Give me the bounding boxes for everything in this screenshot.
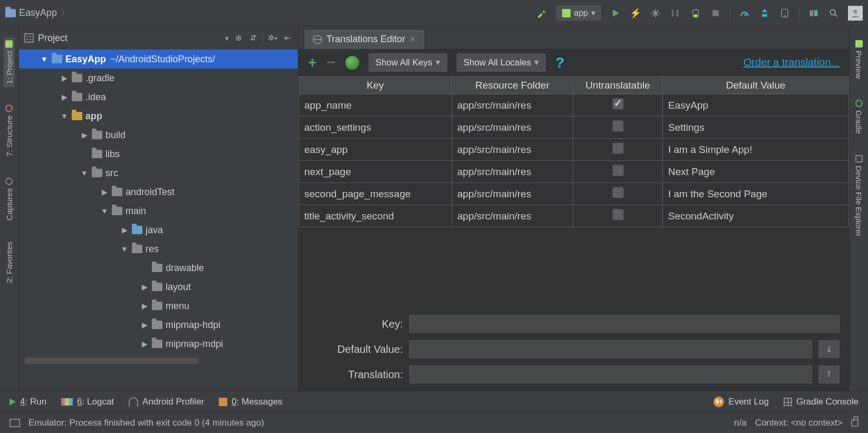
cell-default-value[interactable]: SecondActivity (663, 205, 849, 227)
search-icon[interactable] (828, 7, 840, 19)
cell-default-value[interactable]: Settings (663, 117, 849, 139)
tab-logcat[interactable]: 6: Logcat (61, 397, 114, 407)
breadcrumb[interactable]: EasyApp 〉 (5, 6, 71, 20)
tab-project[interactable]: 1: Project (4, 37, 15, 87)
col-default-value[interactable]: Default Value (663, 76, 849, 94)
cell-folder[interactable]: app/src/main/res (452, 117, 573, 139)
profiler-icon[interactable] (739, 7, 750, 19)
detail-translation-input[interactable] (409, 365, 812, 383)
gear-icon[interactable]: ✲▾ (267, 33, 278, 43)
cell-folder[interactable]: app/src/main/res (452, 139, 573, 161)
checkbox[interactable] (612, 165, 624, 176)
target-icon[interactable]: ⊕ (233, 33, 244, 43)
cell-untranslatable[interactable] (573, 117, 663, 139)
browse-default-button[interactable]: ⤓ (818, 340, 840, 358)
tree-node-drawable[interactable]: ▶ drawable (19, 258, 298, 277)
translations-table[interactable]: Key Resource Folder Untranslatable Defau… (298, 76, 849, 227)
build-icon[interactable] (536, 7, 548, 19)
profile-icon[interactable]: ⫿⫿ (670, 7, 681, 19)
tab-gradle[interactable]: Gradle (853, 97, 864, 137)
tree-node-app[interactable]: ▼ app (19, 107, 298, 126)
tree-node-mipmap-hdpi[interactable]: ▶ mipmap-hdpi (19, 315, 298, 334)
cell-untranslatable[interactable] (573, 205, 663, 227)
tree-node-idea[interactable]: ▶ .idea (19, 88, 298, 107)
cell-default-value[interactable]: EasyApp (663, 94, 849, 117)
col-untranslatable[interactable]: Untranslatable (573, 76, 663, 94)
checkbox[interactable] (612, 209, 624, 220)
layout-editor-icon[interactable] (808, 7, 819, 19)
expand-right-icon[interactable]: ▶ (60, 93, 69, 101)
expand-down-icon[interactable]: ▼ (80, 169, 89, 177)
tab-favorites[interactable]: 2: Favorites (4, 238, 15, 286)
tree-node-mipmap-mdpi[interactable]: ▶ mipmap-mdpi (19, 334, 298, 353)
tree-node-gradle[interactable]: ▶ .gradle (19, 69, 298, 88)
horizontal-scrollbar[interactable] (24, 358, 198, 364)
expand-right-icon[interactable]: ▶ (140, 340, 149, 348)
tree-node-menu[interactable]: ▶ menu (19, 296, 298, 315)
tree-node-src[interactable]: ▼ src (19, 163, 298, 182)
tab-gradle-console[interactable]: Gradle Console (784, 397, 859, 407)
hide-icon[interactable]: ⇤ (282, 33, 293, 43)
tab-device-file-explorer[interactable]: Device File Explorer (853, 152, 864, 239)
run-configuration-selector[interactable]: app ▾ (556, 5, 601, 21)
sdk-manager-icon[interactable] (759, 7, 770, 19)
tool-window-toggle-icon[interactable] (9, 419, 20, 427)
cell-folder[interactable]: app/src/main/res (452, 161, 573, 183)
cell-key[interactable]: easy_app (299, 139, 452, 161)
expand-right-icon[interactable]: ▶ (140, 283, 149, 291)
table-row[interactable]: next_pageapp/src/main/resNext Page (299, 161, 849, 183)
table-row[interactable]: easy_appapp/src/main/resI am a Simple Ap… (299, 139, 849, 161)
expand-down-icon[interactable]: ▼ (60, 112, 69, 120)
tree-node-java[interactable]: ▶ java (19, 220, 298, 239)
collapse-icon[interactable]: ⇵ (248, 33, 258, 43)
checkbox[interactable] (612, 187, 624, 198)
expand-down-icon[interactable]: ▼ (120, 245, 129, 253)
tab-event-log[interactable]: 9+ Event Log (713, 397, 769, 407)
cell-folder[interactable]: app/src/main/res (452, 94, 573, 117)
order-translation-link[interactable]: Order a translation... (744, 56, 840, 69)
tab-android-profiler[interactable]: Android Profiler (129, 397, 204, 407)
expand-right-icon[interactable]: ▶ (120, 226, 129, 234)
cell-key[interactable]: second_page_message (299, 183, 452, 205)
add-locale-button[interactable] (345, 56, 359, 70)
checkbox[interactable] (612, 142, 624, 154)
tab-preview[interactable]: Preview (853, 37, 864, 82)
expand-right-icon[interactable]: ▶ (100, 188, 109, 196)
cell-untranslatable[interactable] (573, 94, 663, 117)
stop-icon[interactable] (710, 7, 721, 19)
detail-default-input[interactable] (409, 340, 812, 358)
status-context[interactable]: Context: <no context> (755, 418, 843, 428)
expand-down-icon[interactable]: ▼ (40, 55, 49, 63)
tab-captures[interactable]: Captures (4, 175, 15, 224)
show-locales-selector[interactable]: Show All Locales ▾ (457, 53, 546, 72)
cell-key[interactable]: app_name (299, 94, 452, 117)
tree-node-main[interactable]: ▼ main (19, 201, 298, 220)
tab-structure[interactable]: 7: Structure (4, 102, 15, 160)
user-avatar-icon[interactable] (848, 6, 863, 21)
help-icon[interactable]: ? (555, 54, 564, 71)
cell-default-value[interactable]: Next Page (663, 161, 849, 183)
cell-folder[interactable]: app/src/main/res (452, 205, 573, 227)
tree-node-layout[interactable]: ▶ layout (19, 277, 298, 296)
tree-node-easyapp[interactable]: ▼ EasyApp ~/AndroidStudioProjects/ (19, 50, 298, 69)
table-row[interactable]: title_activity_secondapp/src/main/resSec… (299, 205, 849, 227)
lock-icon[interactable] (851, 419, 859, 427)
add-key-button[interactable]: + (308, 54, 316, 71)
show-keys-selector[interactable]: Show All Keys ▾ (369, 53, 447, 72)
cell-key[interactable]: next_page (299, 161, 452, 183)
cell-untranslatable[interactable] (573, 139, 663, 161)
cell-key[interactable]: action_settings (299, 117, 452, 139)
tree-node-libs[interactable]: ▶ libs (19, 145, 298, 163)
tree-node-androidtest[interactable]: ▶ androidTest (19, 182, 298, 201)
tree-node-build[interactable]: ▶ build (19, 126, 298, 145)
detail-key-input[interactable] (409, 315, 840, 333)
project-tree[interactable]: ▼ EasyApp ~/AndroidStudioProjects/ ▶ .gr… (19, 50, 298, 391)
apply-changes-icon[interactable]: ⚡ (630, 7, 641, 19)
expand-right-icon[interactable]: ▶ (140, 321, 149, 329)
col-resource-folder[interactable]: Resource Folder (452, 76, 573, 94)
table-row[interactable]: second_page_messageapp/src/main/resI am … (299, 183, 849, 205)
close-icon[interactable]: ✕ (409, 35, 416, 44)
run-icon[interactable] (610, 7, 621, 19)
expand-right-icon[interactable]: ▶ (80, 131, 89, 139)
expand-right-icon[interactable]: ▶ (60, 74, 69, 82)
